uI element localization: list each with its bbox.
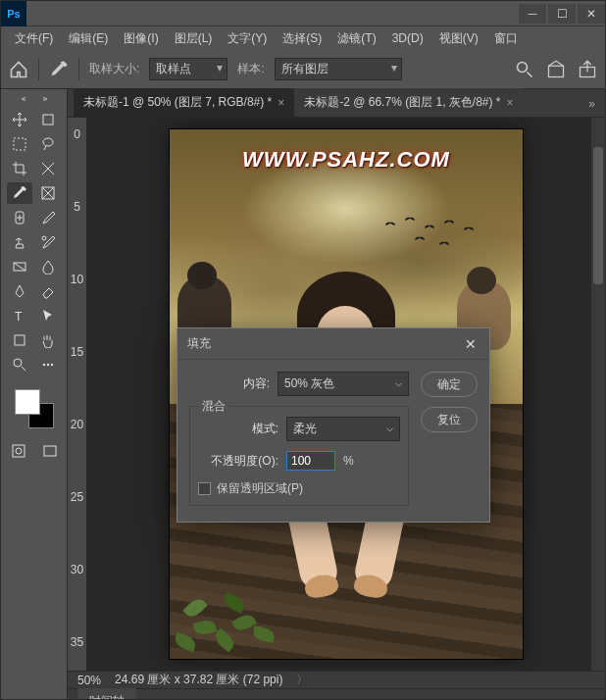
mode-value: 柔光 xyxy=(293,422,317,435)
slice-tool[interactable] xyxy=(35,158,61,179)
toolbox: T xyxy=(1,89,68,699)
menu-filter[interactable]: 滤镜(T) xyxy=(329,27,383,50)
ruler-tick: 5 xyxy=(74,200,80,214)
home2-icon[interactable] xyxy=(546,60,566,79)
sample-size-select[interactable]: 取样点 xyxy=(149,58,227,80)
close-icon[interactable]: × xyxy=(278,96,284,110)
checkbox-icon[interactable] xyxy=(198,482,211,495)
search-icon[interactable] xyxy=(515,60,534,79)
content-select[interactable]: 50% 灰色 xyxy=(278,372,409,396)
share-icon[interactable] xyxy=(578,60,597,79)
tab-overflow-icon[interactable]: » xyxy=(579,91,605,117)
healing-tool[interactable] xyxy=(7,207,32,228)
maximize-button[interactable]: ☐ xyxy=(548,4,576,24)
color-swatches[interactable] xyxy=(13,387,56,430)
close-icon[interactable]: × xyxy=(506,96,513,110)
menu-view[interactable]: 视图(V) xyxy=(431,27,486,50)
artboard-tool[interactable] xyxy=(35,109,61,130)
svg-rect-4 xyxy=(14,138,25,150)
hand-tool[interactable] xyxy=(35,329,61,351)
document-tab-1[interactable]: 未标题-1 @ 50% (图层 7, RGB/8#) * × xyxy=(74,87,294,117)
move-tool[interactable] xyxy=(7,109,32,130)
svg-point-8 xyxy=(42,236,46,240)
menu-layer[interactable]: 图层(L) xyxy=(167,27,221,50)
menu-select[interactable]: 选择(S) xyxy=(275,27,329,50)
sample-select[interactable]: 所有图层 xyxy=(275,58,402,80)
quick-mask-icon[interactable] xyxy=(6,440,31,462)
mode-label: 模式: xyxy=(198,421,286,437)
screen-mode-icon[interactable] xyxy=(37,440,63,462)
opacity-row: 不透明度(O): % xyxy=(198,451,400,471)
ruler-tick: 15 xyxy=(71,345,83,359)
eraser-tool[interactable] xyxy=(35,280,61,302)
scrollbar-vertical[interactable] xyxy=(591,118,605,671)
divider xyxy=(78,59,79,80)
window-controls: ─ ☐ ✕ xyxy=(517,4,605,24)
tool-grid: T xyxy=(7,109,61,375)
preserve-transparency-row[interactable]: 保留透明区域(P) xyxy=(198,480,400,497)
toolbox-handle[interactable] xyxy=(15,95,54,103)
dialog-close-button[interactable]: ✕ xyxy=(462,335,480,353)
blend-group-title: 混合 xyxy=(198,398,229,415)
dialog-titlebar[interactable]: 填充 ✕ xyxy=(177,328,489,360)
svg-point-17 xyxy=(16,448,22,454)
sample-value: 所有图层 xyxy=(281,62,328,75)
menu-edit[interactable]: 编辑(E) xyxy=(61,27,116,50)
svg-point-15 xyxy=(51,364,53,366)
eyedropper-tool-icon[interactable] xyxy=(49,60,69,79)
svg-rect-11 xyxy=(15,335,25,345)
menu-type[interactable]: 文字(Y) xyxy=(220,27,275,50)
timeline-tab[interactable]: 时间轴 xyxy=(77,688,136,700)
panel-tabs: 时间轴 xyxy=(68,688,605,700)
sample-size-value: 取样点 xyxy=(156,62,191,75)
menu-window[interactable]: 窗口 xyxy=(486,27,526,50)
svg-point-13 xyxy=(43,364,45,366)
ruler-tick: 10 xyxy=(71,273,83,286)
mode-select[interactable]: 柔光 xyxy=(286,417,400,441)
opacity-input[interactable] xyxy=(286,451,335,471)
crop-tool[interactable] xyxy=(7,158,32,179)
eyedropper-tool[interactable] xyxy=(7,182,32,204)
shape-tool[interactable] xyxy=(7,329,32,351)
marquee-tool[interactable] xyxy=(7,133,32,155)
type-tool[interactable]: T xyxy=(7,305,32,326)
reset-button[interactable]: 复位 xyxy=(421,407,478,432)
ok-button[interactable]: 确定 xyxy=(421,372,478,397)
home-icon[interactable] xyxy=(9,60,28,79)
tab-label: 未标题-1 @ 50% (图层 7, RGB/8#) * xyxy=(83,94,272,111)
opacity-label: 不透明度(O): xyxy=(198,453,286,470)
blend-group: 混合 模式: 柔光 不透明度(O): % 保留透明区域(P) xyxy=(189,406,409,506)
clone-tool[interactable] xyxy=(7,231,32,253)
history-brush-tool[interactable] xyxy=(35,231,61,253)
menu-file[interactable]: 文件(F) xyxy=(7,27,61,50)
status-caret-icon[interactable]: 〉 xyxy=(296,672,308,688)
mode-row: 模式: 柔光 xyxy=(198,417,400,441)
ruler-tick: 30 xyxy=(71,563,83,576)
frame-tool[interactable] xyxy=(35,182,61,204)
path-select-tool[interactable] xyxy=(35,305,61,326)
blur-tool[interactable] xyxy=(35,256,61,277)
close-window-button[interactable]: ✕ xyxy=(578,4,605,24)
menu-image[interactable]: 图像(I) xyxy=(116,27,166,50)
document-tab-2[interactable]: 未标题-2 @ 66.7% (图层 1, 灰色/8#) * × xyxy=(294,87,523,117)
brush-tool[interactable] xyxy=(35,207,61,228)
app-logo: Ps xyxy=(1,1,26,26)
options-bar: 取样大小: 取样点 样本: 所有图层 xyxy=(1,50,605,89)
ruler-tick: 20 xyxy=(71,418,83,431)
scrollbar-thumb[interactable] xyxy=(593,147,603,284)
foreground-swatch[interactable] xyxy=(15,389,40,415)
pen-tool[interactable] xyxy=(7,280,32,302)
minimize-button[interactable]: ─ xyxy=(519,4,546,24)
lasso-tool[interactable] xyxy=(35,133,61,155)
ruler-vertical[interactable]: 0 5 10 15 20 25 30 35 xyxy=(68,118,87,671)
menu-3d[interactable]: 3D(D) xyxy=(384,28,431,48)
zoom-tool[interactable] xyxy=(7,354,32,375)
content-row: 内容: 50% 灰色 xyxy=(189,372,409,396)
opacity-unit: % xyxy=(343,454,354,468)
options-right xyxy=(515,60,597,79)
zoom-level[interactable]: 50% xyxy=(77,674,101,687)
edit-toolbar[interactable] xyxy=(35,354,61,375)
gradient-tool[interactable] xyxy=(7,256,32,277)
svg-point-0 xyxy=(518,62,528,72)
tab-label: 未标题-2 @ 66.7% (图层 1, 灰色/8#) * xyxy=(304,94,500,111)
